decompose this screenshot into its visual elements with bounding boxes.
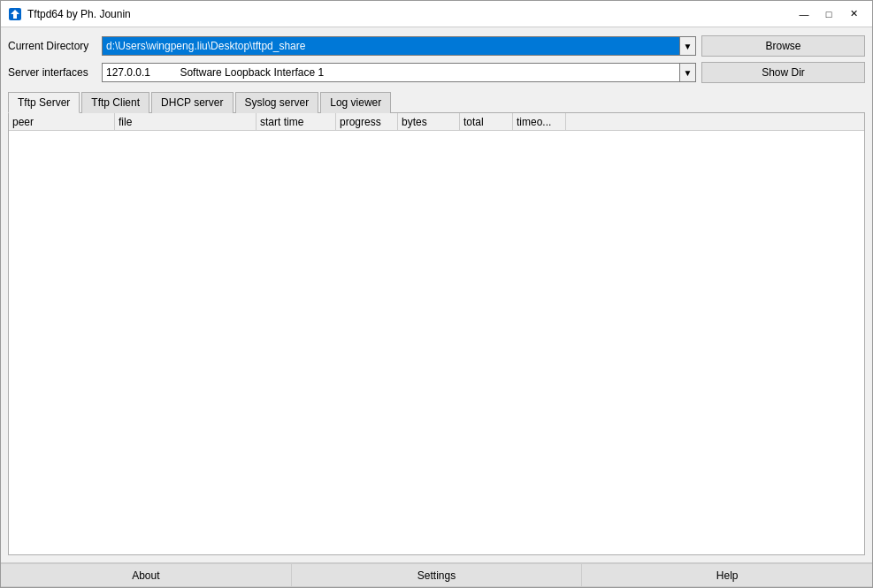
- current-dir-input-wrap: ▼: [102, 36, 696, 56]
- col-header-bytes: bytes: [398, 113, 460, 130]
- tab-tftp-client[interactable]: Tftp Client: [81, 92, 149, 113]
- col-header-file: file: [115, 113, 257, 130]
- settings-button[interactable]: Settings: [292, 563, 583, 587]
- current-dir-dropdown-button[interactable]: ▼: [680, 36, 696, 56]
- tab-bar: Tftp Server Tftp Client DHCP server Sysl…: [8, 91, 865, 113]
- server-interfaces-dropdown-button[interactable]: ▼: [680, 63, 696, 82]
- main-window: Tftpd64 by Ph. Jounin — □ ✕ Current Dire…: [0, 0, 873, 588]
- show-dir-button[interactable]: Show Dir: [701, 62, 865, 83]
- main-content: Current Directory ▼ Browse Server interf…: [1, 27, 872, 562]
- titlebar-left: Tftpd64 by Ph. Jounin: [8, 7, 131, 21]
- col-header-timeout: timeo...: [513, 113, 566, 130]
- window-controls: — □ ✕: [793, 5, 865, 23]
- app-title: Tftpd64 by Ph. Jounin: [27, 8, 131, 20]
- app-icon: [8, 7, 22, 21]
- col-header-peer: peer: [9, 113, 115, 130]
- maximize-button[interactable]: □: [817, 5, 840, 23]
- current-dir-row: Current Directory ▼ Browse: [8, 34, 865, 57]
- tab-log-viewer[interactable]: Log viewer: [320, 92, 391, 113]
- tabs-area: Tftp Server Tftp Client DHCP server Sysl…: [8, 91, 865, 555]
- close-button[interactable]: ✕: [842, 5, 865, 23]
- table-header: peer file start time progress bytes tota…: [9, 113, 864, 131]
- table-body: [9, 131, 864, 554]
- col-header-start-time: start time: [257, 113, 336, 130]
- tab-dhcp-server[interactable]: DHCP server: [151, 92, 233, 113]
- about-button[interactable]: About: [1, 563, 292, 587]
- col-header-total: total: [460, 113, 513, 130]
- tab-syslog-server[interactable]: Syslog server: [235, 92, 319, 113]
- server-interfaces-row: Server interfaces ▼ Show Dir: [8, 61, 865, 84]
- current-dir-input[interactable]: [102, 36, 680, 56]
- current-dir-label: Current Directory: [8, 40, 96, 52]
- col-header-progress: progress: [336, 113, 398, 130]
- server-interfaces-input-wrap: ▼: [102, 63, 696, 82]
- status-bar: About Settings Help: [1, 562, 872, 587]
- tab-tftp-server[interactable]: Tftp Server: [8, 92, 80, 113]
- server-interfaces-input[interactable]: [102, 63, 680, 82]
- help-button[interactable]: Help: [582, 563, 872, 587]
- tab-content-tftp-server: peer file start time progress bytes tota…: [8, 113, 865, 555]
- minimize-button[interactable]: —: [793, 5, 816, 23]
- browse-button[interactable]: Browse: [701, 35, 865, 57]
- server-interfaces-label: Server interfaces: [8, 66, 96, 79]
- titlebar: Tftpd64 by Ph. Jounin — □ ✕: [1, 1, 872, 27]
